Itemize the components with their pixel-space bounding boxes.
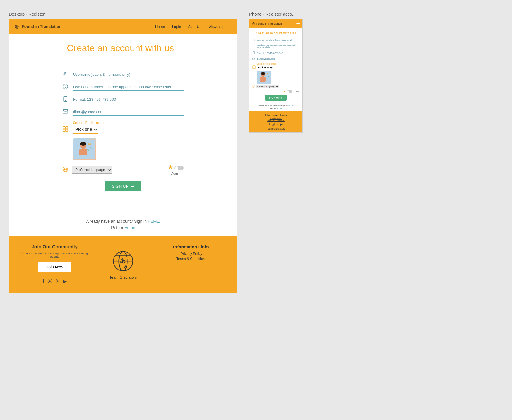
twitter-icon[interactable]: 𝕏	[56, 279, 60, 284]
phone-twitter-icon[interactable]: 𝕏	[276, 123, 279, 126]
phone-arrow-icon: ➜	[280, 96, 283, 99]
phone-image-preview	[257, 71, 271, 84]
svg-rect-44	[253, 66, 254, 67]
svg-rect-12	[63, 126, 65, 129]
user-add-icon	[63, 71, 70, 78]
instagram-icon[interactable]	[48, 279, 52, 284]
svg-point-4	[64, 72, 66, 74]
profile-illustration: A @ #	[74, 140, 95, 159]
phone-admin-icon	[283, 90, 286, 93]
profile-select[interactable]: Pick one	[73, 126, 98, 134]
footer-community-sub: Never miss out on exciting news and upco…	[21, 251, 89, 258]
signup-btn-label: SIGN UP	[112, 184, 129, 189]
svg-point-52	[267, 73, 268, 74]
profile-image-preview: A @ #	[73, 138, 96, 160]
phone-user-icon	[252, 38, 255, 42]
phone-privacy-link[interactable]: Privacy Policy	[252, 117, 300, 119]
svg-rect-11	[63, 109, 68, 113]
email-input[interactable]	[73, 108, 184, 116]
navbar-links: Home Login Sign Up View all posts	[155, 25, 231, 29]
nav-signup[interactable]: Sign Up	[188, 25, 202, 29]
phone-signup-button[interactable]: SIGN UP ➜	[265, 95, 287, 101]
svg-point-31	[51, 280, 51, 280]
svg-text:#: #	[88, 149, 89, 151]
phone-username-input[interactable]	[257, 38, 299, 42]
profile-preview: A @ #	[73, 138, 96, 160]
username-input[interactable]	[73, 71, 184, 78]
admin-toggle-group: Admin	[168, 165, 184, 175]
below-form: Already have an account? Sign in HERE. R…	[9, 212, 237, 236]
footer-team-name: Team Gladiators	[109, 275, 137, 279]
desktop-frame: Found in Translation Home Login Sign Up …	[9, 19, 237, 293]
phone-form-title: Creat an account with us !	[252, 31, 299, 35]
desktop-panel-label: Desktop - Register	[9, 12, 237, 16]
phone-signup-label: SIGN UP	[269, 96, 280, 99]
footer-community-title: Join Our Community	[21, 244, 89, 250]
phone-instagram-icon[interactable]	[272, 123, 275, 126]
footer-globe-icon: あ A	[111, 250, 135, 273]
password-input[interactable]	[73, 84, 184, 91]
phone-profile-label: Select a Profile Image	[257, 63, 299, 65]
phone-phone-icon	[252, 51, 255, 55]
svg-rect-29	[48, 279, 52, 283]
sign-in-link[interactable]: HERE.	[148, 219, 160, 224]
form-container: Create an account with us !	[9, 34, 237, 212]
phone-input[interactable]	[73, 96, 184, 103]
svg-rect-46	[253, 67, 254, 69]
arrow-right-icon: ➜	[131, 184, 134, 189]
home-link[interactable]: Home	[124, 225, 135, 230]
phone-navbar: Found in Translation ☰	[249, 19, 302, 28]
hamburger-icon[interactable]: ☰	[296, 21, 300, 26]
phone-links-title: Information Links	[252, 114, 300, 117]
phone-icon	[63, 96, 70, 103]
svg-rect-14	[63, 129, 65, 131]
form-inner: Select a Profile Image	[51, 62, 195, 200]
svg-point-10	[65, 100, 66, 101]
phone-username-row	[252, 38, 299, 42]
nav-home[interactable]: Home	[155, 25, 165, 29]
phone-hint: Least one number and one uppercase and l…	[257, 44, 299, 48]
phone-return-text: Return	[270, 108, 276, 110]
phone-return-home: Return Home	[249, 108, 302, 110]
admin-toggle-switch[interactable]	[174, 166, 184, 170]
phone-profile-select[interactable]: Pick one	[257, 66, 274, 69]
profile-images-icon	[63, 126, 70, 133]
globe-icon	[15, 24, 19, 29]
join-now-button[interactable]: Join Now	[38, 262, 71, 272]
svg-rect-15	[66, 129, 68, 131]
phone-lang-row: Preferred language	[252, 85, 299, 88]
signup-button[interactable]: SIGN UP ➜	[105, 181, 141, 191]
phone-footer: Information Links Privacy Policy Terms &…	[249, 111, 302, 132]
nav-viewposts[interactable]: View all posts	[209, 25, 231, 29]
svg-rect-47	[254, 67, 256, 69]
phone-profile-illustration	[257, 71, 271, 84]
phone-sign-in-link[interactable]: HERE.	[288, 105, 294, 107]
phone-phone-input[interactable]	[257, 51, 299, 55]
phone-body: Creat an account with us ! Least one num…	[249, 28, 302, 101]
footer-privacy-link[interactable]: Privacy Policy	[157, 252, 226, 256]
email-field-row	[63, 108, 184, 116]
phone-email-input[interactable]	[257, 57, 299, 61]
phone-admin-toggle[interactable]	[287, 90, 292, 93]
nav-login[interactable]: Login	[172, 25, 181, 29]
phone-email-icon	[252, 57, 255, 61]
svg-rect-13	[66, 126, 68, 129]
profile-select-row: Pick one	[63, 126, 184, 134]
phone-home-link[interactable]: Home	[277, 108, 282, 110]
phone-language-select[interactable]: Preferred language	[256, 85, 279, 88]
footer-terms-link[interactable]: Terms & Conditions	[157, 257, 226, 261]
phone-terms-link[interactable]: Terms & Conditions	[252, 119, 300, 121]
phone-facebook-icon[interactable]: f	[269, 123, 270, 126]
admin-toggle-row	[168, 165, 184, 171]
profile-select-group: Select a Profile Image	[63, 121, 184, 134]
youtube-icon[interactable]: ▶	[63, 279, 67, 284]
phone-frame: Found in Translation ☰ Creat an account …	[249, 19, 303, 133]
phone-admin-label: Admin	[294, 91, 299, 93]
phone-youtube-icon[interactable]: ▶	[280, 123, 283, 126]
facebook-icon[interactable]: f	[43, 279, 44, 284]
phone-globe-icon	[252, 22, 255, 25]
phone-profile-images-icon	[252, 65, 256, 69]
language-select[interactable]: Preferred language	[72, 166, 112, 174]
profile-select-label: Select a Profile Image	[73, 121, 184, 124]
svg-rect-18	[79, 149, 87, 155]
